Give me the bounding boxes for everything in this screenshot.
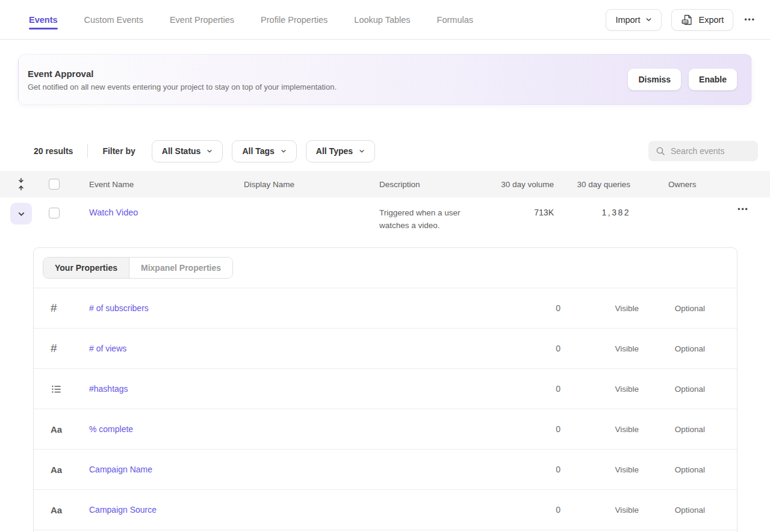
collapse-all-button[interactable] xyxy=(17,178,25,191)
search-events-box xyxy=(648,141,758,161)
property-visibility: Visible xyxy=(560,385,639,394)
banner-description: Get notified on all new events entering … xyxy=(28,82,337,91)
property-requirement: Optional xyxy=(639,465,737,474)
list-type-icon xyxy=(34,383,89,395)
property-visibility: Visible xyxy=(560,304,639,313)
tab-event-properties[interactable]: Event Properties xyxy=(170,2,234,38)
row-more-options-button[interactable]: ••• xyxy=(736,202,750,217)
tab-your-properties[interactable]: Your Properties xyxy=(43,258,129,278)
column-30-day-queries: 30 day queries xyxy=(554,180,630,189)
dismiss-button[interactable]: Dismiss xyxy=(628,69,681,90)
status-filter-label: All Status xyxy=(162,146,201,156)
chevron-down-icon xyxy=(359,148,365,154)
number-type-icon: # xyxy=(34,302,89,315)
property-value: 0 xyxy=(476,303,560,313)
property-name-link[interactable]: % complete xyxy=(89,424,133,434)
types-filter-label: All Types xyxy=(316,146,353,156)
property-row: # # of subscribers 0 Visible Optional xyxy=(34,288,737,329)
description-cell: Triggered when a user watches a video. xyxy=(379,197,485,232)
search-input[interactable] xyxy=(671,146,749,156)
row-checkbox[interactable] xyxy=(49,208,60,218)
property-requirement: Optional xyxy=(639,344,737,353)
select-all-checkbox[interactable] xyxy=(49,179,60,190)
text-type-icon: Aa xyxy=(34,424,89,435)
text-type-icon: Aa xyxy=(34,465,89,475)
enable-button[interactable]: Enable xyxy=(689,69,737,90)
banner-title: Event Approval xyxy=(28,69,337,79)
tab-formulas[interactable]: Formulas xyxy=(437,2,473,38)
filter-by-label: Filter by xyxy=(102,146,135,156)
tab-mixpanel-properties[interactable]: Mixpanel Properties xyxy=(129,258,232,278)
import-button-label: Import xyxy=(615,15,640,25)
chevron-down-icon xyxy=(645,16,652,23)
property-row: # # of views 0 Visible Optional xyxy=(34,329,737,369)
import-button[interactable]: Import xyxy=(606,9,662,31)
tab-events[interactable]: Events xyxy=(29,2,58,38)
property-value: 0 xyxy=(476,505,560,515)
property-requirement: Optional xyxy=(639,506,737,515)
event-properties-panel: Your Properties Mixpanel Properties # # … xyxy=(33,247,737,532)
status-filter-dropdown[interactable]: All Status xyxy=(152,140,223,162)
property-visibility: Visible xyxy=(560,465,639,474)
volume-cell: 713K xyxy=(494,197,554,217)
filter-bar: 20 results Filter by All Status All Tags… xyxy=(0,140,770,162)
lexicon-tabs: Events Custom Events Event Properties Pr… xyxy=(29,2,473,38)
tags-filter-dropdown[interactable]: All Tags xyxy=(232,140,296,162)
text-type-icon: Aa xyxy=(34,505,89,515)
results-count: 20 results xyxy=(34,146,73,156)
event-table-row: Watch Video Triggered when a user watche… xyxy=(0,197,770,237)
export-button-label: Export xyxy=(698,15,724,25)
number-type-icon: # xyxy=(34,342,89,355)
more-options-button[interactable]: ••• xyxy=(743,12,757,28)
column-event-name: Event Name xyxy=(89,180,244,189)
property-value: 0 xyxy=(476,465,560,474)
divider xyxy=(87,144,88,158)
search-icon xyxy=(656,146,665,156)
property-value: 0 xyxy=(476,344,560,353)
events-table-header: Event Name Display Name Description 30 d… xyxy=(0,171,770,197)
column-description: Description xyxy=(379,180,494,189)
property-name-link[interactable]: #hashtags xyxy=(89,384,128,394)
properties-tab-group: Your Properties Mixpanel Properties xyxy=(43,257,233,279)
event-name-link[interactable]: Watch Video xyxy=(89,197,138,217)
column-owners: Owners xyxy=(630,180,716,189)
export-button[interactable]: csv Export xyxy=(671,9,733,31)
tab-lookup-tables[interactable]: Lookup Tables xyxy=(354,2,410,38)
collapse-row-button[interactable] xyxy=(10,203,32,224)
property-name-link[interactable]: Campaign Name xyxy=(89,465,152,474)
property-requirement: Optional xyxy=(639,385,737,394)
property-visibility: Visible xyxy=(560,506,639,515)
property-row: #hashtags 0 Visible Optional xyxy=(34,369,737,409)
queries-cell: 1,382 xyxy=(554,197,630,217)
property-requirement: Optional xyxy=(639,425,737,434)
property-name-link[interactable]: Campaign Source xyxy=(89,505,157,515)
types-filter-dropdown[interactable]: All Types xyxy=(306,140,375,162)
column-display-name: Display Name xyxy=(244,180,379,189)
svg-text:csv: csv xyxy=(683,20,688,23)
property-row: Aa Campaign Name 0 Visible Optional xyxy=(34,450,737,490)
tab-profile-properties[interactable]: Profile Properties xyxy=(261,2,328,38)
chevron-down-icon xyxy=(206,148,213,154)
tab-custom-events[interactable]: Custom Events xyxy=(84,2,143,38)
property-value: 0 xyxy=(476,424,560,434)
property-row: Aa Campaign Source 0 Visible Optional xyxy=(34,490,737,530)
chevron-down-icon xyxy=(281,148,287,154)
property-name-link[interactable]: # of views xyxy=(89,344,126,353)
property-visibility: Visible xyxy=(560,425,639,434)
event-approval-banner: Event Approval Get notified on all new e… xyxy=(18,54,752,105)
top-navigation: Events Custom Events Event Properties Pr… xyxy=(0,0,770,40)
property-visibility: Visible xyxy=(560,344,639,353)
property-requirement: Optional xyxy=(639,304,737,313)
tags-filter-label: All Tags xyxy=(242,146,274,156)
property-name-link[interactable]: # of subscribers xyxy=(89,303,149,313)
property-value: 0 xyxy=(476,384,560,394)
csv-file-icon: csv xyxy=(681,14,693,26)
column-30-day-volume: 30 day volume xyxy=(494,180,554,189)
property-row: Aa % complete 0 Visible Optional xyxy=(34,409,737,450)
